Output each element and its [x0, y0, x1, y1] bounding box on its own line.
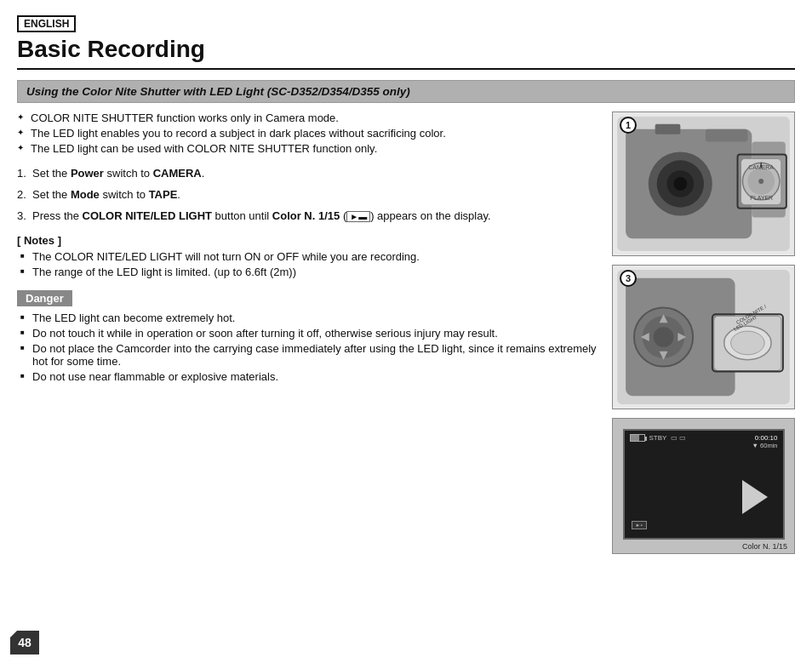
display-small-icon: ►▪ — [632, 521, 647, 529]
svg-point-28 — [731, 331, 765, 355]
notes-list: The COLOR NITE/LED LIGHT will not turn O… — [17, 250, 600, 278]
right-images: 1 CAM — [612, 111, 795, 554]
notes-section: [ Notes ] The COLOR NITE/LED LIGHT will … — [17, 234, 600, 278]
section-heading: Using the Color Nite Shutter with LED Li… — [17, 80, 795, 103]
svg-rect-16 — [655, 124, 681, 134]
danger-item-2: Do not touch it while in operation or so… — [20, 327, 600, 340]
display-min: 60min — [760, 442, 777, 449]
svg-point-6 — [673, 177, 687, 191]
svg-point-10 — [758, 179, 763, 184]
page-number: 48 — [10, 631, 39, 654]
image-badge-3: 3 — [620, 270, 637, 287]
danger-label: Danger — [17, 290, 72, 306]
danger-box: Danger The LED light can become extremel… — [17, 290, 600, 383]
camera-diagram-svg-3: COLOR NITE / LED LIGHT — [613, 266, 794, 409]
left-content: COLOR NITE SHUTTER function works only i… — [17, 111, 600, 554]
image-box-display: STBY ▭ ▭ 0:00:10 ▼ 60min ►▪ — [612, 418, 795, 554]
intro-bullet-3: The LED light can be used with COLOR NIT… — [17, 142, 600, 155]
display-tape: ▭ — [671, 434, 678, 442]
step-1: 1. Set the Power switch to CAMERA. — [17, 167, 600, 180]
danger-item-3: Do not place the Camcorder into the carr… — [20, 342, 600, 368]
danger-list: The LED light can become extremely hot. … — [17, 311, 600, 383]
note-2: The range of the LED light is limited. (… — [20, 266, 600, 278]
step-3: 3. Press the COLOR NITE/LED LIGHT button… — [17, 209, 600, 222]
intro-bullet-1: COLOR NITE SHUTTER function works only i… — [17, 111, 600, 124]
image-box-3: 3 — [612, 265, 795, 409]
display-play-arrow — [742, 480, 768, 514]
page-title: Basic Recording — [17, 36, 795, 70]
page-wrapper: ENGLISH Basic Recording Using the Color … — [0, 0, 812, 663]
intro-bullets: COLOR NITE SHUTTER function works only i… — [17, 111, 600, 155]
display-time: 0:00:10 — [755, 434, 778, 442]
danger-item-4: Do not use near flammable or explosive m… — [20, 370, 600, 383]
main-layout: COLOR NITE SHUTTER function works only i… — [17, 111, 795, 554]
notes-title: [ Notes ] — [17, 234, 600, 247]
svg-rect-15 — [706, 129, 747, 142]
image-box-1: 1 CAM — [612, 111, 795, 256]
step-2: 2. Set the Mode switch to TAPE. — [17, 188, 600, 201]
danger-item-1: The LED light can become extremely hot. — [20, 311, 600, 324]
image-badge-1: 1 — [620, 117, 637, 134]
note-1: The COLOR NITE/LED LIGHT will not turn O… — [20, 250, 600, 263]
language-label: ENGLISH — [17, 15, 795, 36]
display-color-n-label: Color N. 1/15 — [613, 542, 794, 551]
intro-bullet-2: The LED light enables you to record a su… — [17, 127, 600, 140]
steps: 1. Set the Power switch to CAMERA. 2. Se… — [17, 167, 600, 222]
svg-text:PLAYER: PLAYER — [750, 195, 773, 201]
svg-point-21 — [654, 327, 674, 347]
display-stby: STBY — [649, 434, 667, 442]
camera-diagram-svg-1: CAMERA PLAYER — [613, 112, 794, 255]
